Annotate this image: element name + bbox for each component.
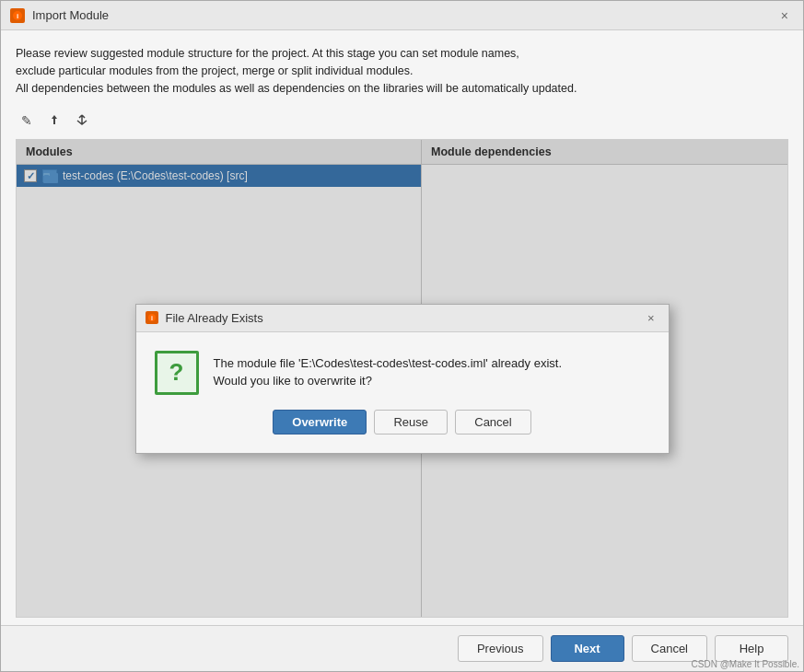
toolbar: ✎ <box>16 110 788 132</box>
split-button[interactable] <box>71 110 93 132</box>
dialog-close-button[interactable]: × <box>643 310 659 326</box>
description-line1: Please review suggested module structure… <box>16 45 788 63</box>
file-exists-dialog: i File Already Exists × ? The module fil… <box>135 304 670 454</box>
move-up-icon <box>48 113 61 129</box>
panels-container: Modules test-codes (E:\Codes\test-cod <box>16 139 788 618</box>
dialog-footer: Overwrite Reuse Cancel <box>136 410 669 453</box>
cancel-button[interactable]: Cancel <box>632 635 707 662</box>
dialog-cancel-button[interactable]: Cancel <box>455 410 530 434</box>
svg-text:i: i <box>151 315 153 321</box>
dialog-message: The module file 'E:\Codes\test-codes\tes… <box>214 351 563 390</box>
previous-button[interactable]: Previous <box>458 635 543 662</box>
description-text: Please review suggested module structure… <box>16 45 788 97</box>
description-line2: exclude particular modules from the proj… <box>16 63 788 80</box>
svg-text:i: i <box>17 12 18 20</box>
dialog-title: File Already Exists <box>166 311 263 325</box>
dialog-overlay: i File Already Exists × ? The module fil… <box>17 140 787 617</box>
reuse-button[interactable]: Reuse <box>374 410 448 434</box>
watermark: CSDN @Make It Possible. <box>692 659 799 669</box>
edit-icon: ✎ <box>21 113 32 128</box>
window-footer: Previous Next Cancel Help <box>1 625 803 671</box>
window-title: Import Module <box>32 8 109 22</box>
edit-button[interactable]: ✎ <box>16 110 38 132</box>
title-bar-left: i Import Module <box>10 8 109 23</box>
app-icon: i <box>10 8 25 23</box>
description-line3: All dependencies between the modules as … <box>16 80 788 98</box>
main-content: Please review suggested module structure… <box>1 30 803 625</box>
question-icon: ? <box>155 351 199 395</box>
window-close-button[interactable]: × <box>775 6 794 25</box>
dialog-title-bar: i File Already Exists × <box>136 305 669 332</box>
question-mark: ? <box>169 358 184 387</box>
dialog-body: ? The module file 'E:\Codes\test-codes\t… <box>136 332 669 410</box>
dialog-message-line2: Would you like to overwrite it? <box>214 372 563 390</box>
help-button[interactable]: Help <box>715 635 788 662</box>
dialog-app-icon: i <box>146 311 158 324</box>
overwrite-button[interactable]: Overwrite <box>273 410 367 434</box>
move-up-button[interactable] <box>43 110 65 132</box>
title-bar: i Import Module × <box>1 1 803 30</box>
dialog-message-line1: The module file 'E:\Codes\test-codes\tes… <box>214 354 563 373</box>
dialog-title-left: i File Already Exists <box>146 311 263 325</box>
main-window: i Import Module × Please review suggeste… <box>0 0 804 672</box>
next-button[interactable]: Next <box>551 635 624 662</box>
split-icon <box>76 113 88 129</box>
